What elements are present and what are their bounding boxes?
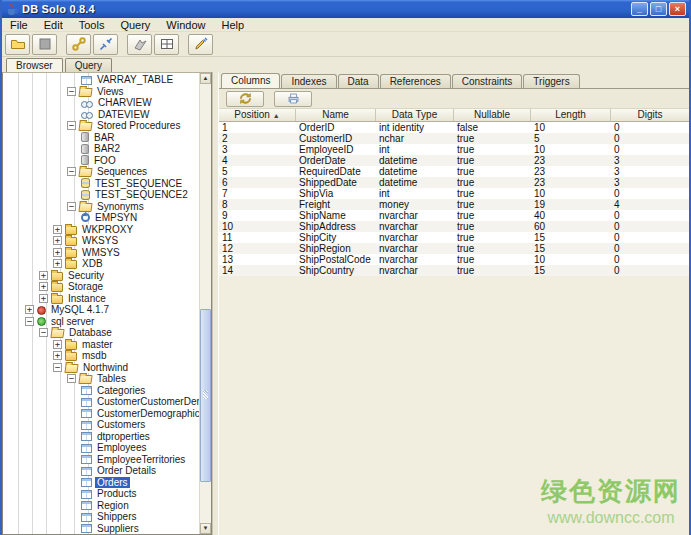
tree-item[interactable]: +Security (3, 270, 199, 282)
tree-item[interactable]: BAR (3, 132, 199, 144)
tree-item[interactable]: CustomerDemographics (3, 408, 199, 420)
sql-editor-button[interactable] (188, 34, 213, 55)
tree-item[interactable]: Suppliers (3, 523, 199, 535)
tree-item[interactable]: −Synonyms (3, 201, 199, 213)
menu-item-query[interactable]: Query (112, 19, 158, 31)
table-row[interactable]: 4OrderDatedatetimetrue233 (219, 155, 689, 166)
tree-item[interactable]: +Storage (3, 281, 199, 293)
tree-item[interactable]: Employees (3, 442, 199, 454)
run-script-button[interactable] (127, 34, 152, 55)
tree-item[interactable]: TEST_SEQUENCE2 (3, 189, 199, 201)
tree-item[interactable]: −Database (3, 327, 199, 339)
tree-item[interactable]: +WKSYS (3, 235, 199, 247)
table-row[interactable]: 10ShipAddressnvarchartrue600 (219, 221, 689, 232)
tree-item[interactable]: Shippers (3, 511, 199, 523)
expand-plus-icon[interactable]: + (53, 248, 62, 257)
collapse-minus-icon[interactable]: − (39, 328, 48, 337)
print-button[interactable] (274, 91, 312, 107)
close-button[interactable]: × (669, 2, 686, 16)
tree-item[interactable]: +XDB (3, 258, 199, 270)
table-row[interactable]: 3EmployeeIDinttrue100 (219, 144, 689, 155)
tree-item[interactable]: TEST_SEQUENCE (3, 178, 199, 190)
table-row[interactable]: 12ShipRegionnvarchartrue150 (219, 243, 689, 254)
tree-item[interactable]: Region (3, 500, 199, 512)
table-row[interactable]: 13ShipPostalCodenvarchartrue100 (219, 254, 689, 265)
expand-plus-icon[interactable]: + (53, 236, 62, 245)
tree-item[interactable]: BAR2 (3, 143, 199, 155)
minimize-button[interactable]: _ (631, 2, 648, 16)
tree-item[interactable]: +WKPROXY (3, 224, 199, 236)
expand-plus-icon[interactable]: + (39, 282, 48, 291)
table-row[interactable]: 5RequiredDatedatetimetrue233 (219, 166, 689, 177)
expand-plus-icon[interactable]: + (53, 340, 62, 349)
tree-item[interactable]: Categories (3, 385, 199, 397)
menu-item-file[interactable]: File (2, 19, 36, 31)
tree-item[interactable]: FOO (3, 155, 199, 167)
menu-item-help[interactable]: Help (213, 19, 252, 31)
tree-item[interactable]: −Sequences (3, 166, 199, 178)
column-header-length[interactable]: Length (531, 109, 611, 121)
tab-references[interactable]: References (380, 74, 451, 88)
scrollbar-thumb[interactable] (200, 309, 211, 482)
expand-plus-icon[interactable]: + (39, 294, 48, 303)
tab-columns[interactable]: Columns (221, 73, 280, 88)
tree-item[interactable]: +msdb (3, 350, 199, 362)
column-header-data-type[interactable]: Data Type (376, 109, 454, 121)
tree-item[interactable]: EMPSYN (3, 212, 199, 224)
table-row[interactable]: 14ShipCountrynvarchartrue150 (219, 265, 689, 276)
table-row[interactable]: 6ShippedDatedatetimetrue233 (219, 177, 689, 188)
tree-item[interactable]: EmployeeTerritories (3, 454, 199, 466)
expand-plus-icon[interactable]: + (53, 351, 62, 360)
tree-item[interactable]: +Instance (3, 293, 199, 305)
menu-item-edit[interactable]: Edit (36, 19, 71, 31)
tree-item[interactable]: +WMSYS (3, 247, 199, 259)
column-header-digits[interactable]: Digits (611, 109, 689, 121)
tree-item[interactable]: Orders (3, 477, 199, 489)
tree-item[interactable]: −Tables (3, 373, 199, 385)
tab-data[interactable]: Data (338, 74, 379, 88)
expand-plus-icon[interactable]: + (53, 225, 62, 234)
tree-item[interactable]: −sql server (3, 316, 199, 328)
expand-plus-icon[interactable]: + (53, 259, 62, 268)
tree-item[interactable]: Products (3, 488, 199, 500)
open-connection-button[interactable] (5, 34, 30, 55)
menu-item-tools[interactable]: Tools (71, 19, 113, 31)
collapse-minus-icon[interactable]: − (67, 87, 76, 96)
connect-button[interactable] (66, 34, 91, 55)
collapse-minus-icon[interactable]: − (25, 317, 34, 326)
table-row[interactable]: 1OrderIDint identityfalse100 (219, 122, 689, 133)
table-row[interactable]: 2CustomerIDnchartrue50 (219, 133, 689, 144)
expand-plus-icon[interactable]: + (25, 305, 34, 314)
tree-item[interactable]: +master (3, 339, 199, 351)
tree-item[interactable]: +MySQL 4.1.7 (3, 304, 199, 316)
tree-item[interactable]: −Stored Procedures (3, 120, 199, 132)
collapse-minus-icon[interactable]: − (53, 363, 62, 372)
tab-constraints[interactable]: Constraints (452, 74, 523, 88)
column-header-nullable[interactable]: Nullable (454, 109, 531, 121)
refresh-button[interactable] (226, 91, 264, 107)
scroll-up-icon[interactable]: ▲ (200, 73, 211, 84)
tree-item[interactable]: DATEVIEW (3, 109, 199, 121)
disconnect-button[interactable] (93, 34, 118, 55)
column-header-name[interactable]: Name (296, 109, 376, 121)
tree-item[interactable]: Customers (3, 419, 199, 431)
collapse-minus-icon[interactable]: − (67, 121, 76, 130)
maximize-button[interactable]: □ (650, 2, 667, 16)
tab-indexes[interactable]: Indexes (281, 74, 336, 88)
panel-splitter[interactable] (212, 72, 219, 535)
scroll-down-icon[interactable]: ▼ (200, 523, 211, 534)
tree-item[interactable]: CustomerCustomerDemo (3, 396, 199, 408)
tree-item[interactable]: −Views (3, 86, 199, 98)
collapse-minus-icon[interactable]: − (67, 167, 76, 176)
expand-plus-icon[interactable]: + (39, 271, 48, 280)
tree-scrollbar[interactable]: ▲ ▼ (199, 73, 211, 534)
collapse-minus-icon[interactable]: − (67, 202, 76, 211)
menu-item-window[interactable]: Window (158, 19, 213, 31)
stop-button[interactable] (32, 34, 57, 55)
tab-triggers[interactable]: Triggers (523, 74, 579, 88)
tree-item[interactable]: VARRAY_TABLE (3, 74, 199, 86)
tree-item[interactable]: −Northwind (3, 362, 199, 374)
tab-query[interactable]: Query (65, 58, 112, 72)
tree-item[interactable]: CHARVIEW (3, 97, 199, 109)
collapse-minus-icon[interactable]: − (67, 374, 76, 383)
